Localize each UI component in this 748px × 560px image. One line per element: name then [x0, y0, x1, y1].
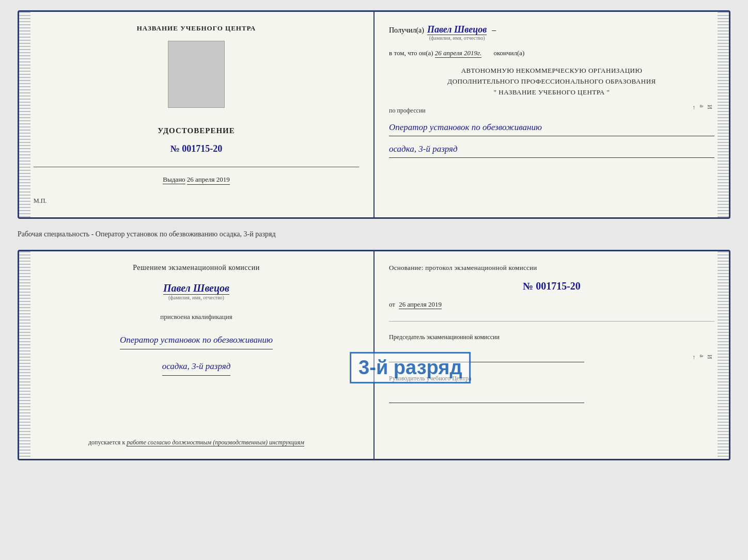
- profession-value: Оператор установок по обезвоживанию: [389, 120, 714, 136]
- completed-block: в том, что он(а) 26 апреля 2019г. окончи…: [389, 49, 714, 57]
- rukov-sign-line: [389, 391, 584, 403]
- right-edge-chars-2: И а ←: [690, 355, 713, 362]
- osnov-number: № 001715-20: [389, 280, 714, 292]
- допускается-value: работе согласно должностным (производств…: [127, 439, 304, 446]
- doc1-left: НАЗВАНИЕ УЧЕБНОГО ЦЕНТРА УДОСТОВЕРЕНИЕ №…: [19, 12, 375, 217]
- org-line3: " НАЗВАНИЕ УЧЕБНОГО ЦЕНТРА ": [389, 87, 714, 98]
- completed-date: 26 апреля 2019г.: [435, 49, 481, 58]
- rank-value: осадка, 3-й разряд: [389, 141, 714, 158]
- completed-suffix: окончил(а): [493, 49, 524, 57]
- between-label: Рабочая специальность - Оператор установ…: [18, 228, 730, 241]
- osnov-date: от 26 апреля 2019: [389, 300, 714, 309]
- document-2: Решением экзаменационной комиссии Павел …: [18, 250, 730, 460]
- date-value: 26 апреля 2019: [399, 300, 442, 309]
- chairman-sign-line: [389, 350, 584, 362]
- issued-label: Выдано: [163, 175, 185, 184]
- rukov-label: Руководитель учебного Центра: [389, 375, 714, 382]
- page-wrapper: НАЗВАНИЕ УЧЕБНОГО ЦЕНТРА УДОСТОВЕРЕНИЕ №…: [18, 10, 730, 460]
- qualification-label: присвоена квалификация: [160, 313, 232, 321]
- completed-prefix: в том, что он(а): [389, 49, 433, 57]
- doc2-rank: осадка, 3-й разряд: [162, 358, 231, 376]
- doc1-center-title: НАЗВАНИЕ УЧЕБНОГО ЦЕНТРА: [137, 24, 256, 33]
- decision-label: Решением экзаменационной комиссии: [133, 264, 260, 272]
- doc2-name: Павел Швецов: [163, 282, 229, 295]
- profession-label: по профессии: [389, 107, 714, 115]
- photo-placeholder: [168, 41, 225, 108]
- date-prefix: от: [389, 300, 395, 308]
- fio-label-2: (фамилия, имя, отчество): [163, 295, 229, 300]
- допускается-block: допускается к работе согласно должностны…: [88, 439, 304, 446]
- org-block: АВТОНОМНУЮ НЕКОММЕРЧЕСКУЮ ОРГАНИЗАЦИЮ ДО…: [389, 66, 714, 98]
- right-edge-chars: И а ←: [690, 105, 713, 113]
- issued-date: 26 апреля 2019: [187, 175, 230, 185]
- cert-label: УДОСТОВЕРЕНИЕ: [158, 126, 235, 135]
- issued-line: Выдано 26 апреля 2019: [163, 175, 229, 185]
- received-block: Получил(а) Павел Швецов (фамилия, имя, о…: [389, 24, 714, 41]
- org-line2: ДОПОЛНИТЕЛЬНОГО ПРОФЕССИОНАЛЬНОГО ОБРАЗО…: [389, 76, 714, 87]
- mp-label: М.П.: [34, 197, 46, 205]
- chairman-label: Председатель экзаменационной комиссии: [389, 333, 714, 342]
- recipient-name: Павел Швецов: [427, 24, 487, 35]
- cert-number: № 001715-20: [170, 143, 223, 154]
- divider-1: [389, 321, 714, 322]
- fio-label-1: (фамилия, имя, отчество): [427, 35, 487, 41]
- org-line1: АВТОНОМНУЮ НЕКОММЕРЧЕСКУЮ ОРГАНИЗАЦИЮ: [389, 66, 714, 76]
- doc2-profession: Оператор установок по обезвоживанию: [120, 331, 273, 349]
- received-prefix: Получил(а): [389, 26, 424, 35]
- doc2-right: Основание: протокол экзаменационной коми…: [375, 251, 729, 459]
- doc2-left: Решением экзаменационной комиссии Павел …: [19, 251, 375, 459]
- document-1: НАЗВАНИЕ УЧЕБНОГО ЦЕНТРА УДОСТОВЕРЕНИЕ №…: [18, 10, 730, 219]
- osnov-label: Основание: протокол экзаменационной коми…: [389, 264, 714, 272]
- doc1-right: Получил(а) Павел Швецов (фамилия, имя, о…: [375, 12, 729, 217]
- допускается-label: допускается к: [88, 439, 125, 446]
